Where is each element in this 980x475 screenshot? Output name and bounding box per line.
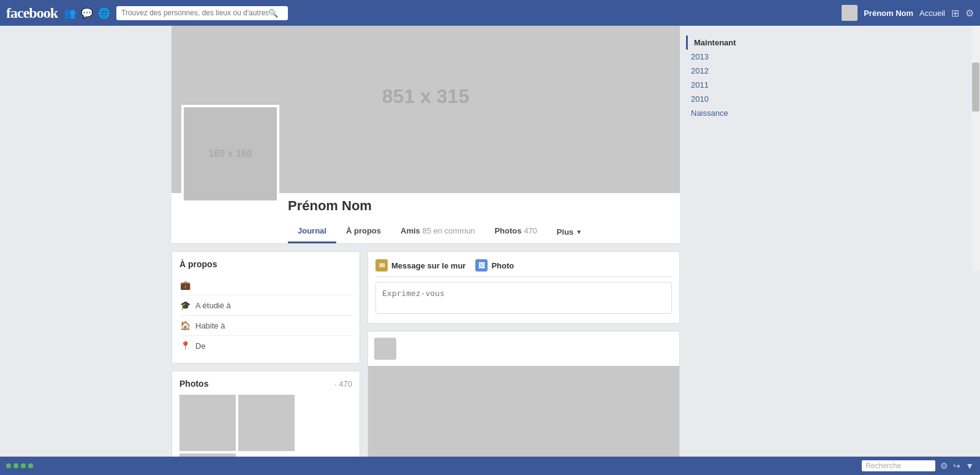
post-input[interactable] [375,282,672,314]
photo-tab-icon: 🖼 [475,259,488,272]
center-column: 851 x 315 160 x 160 Prénom Nom Journal À… [172,0,680,475]
right-column: ✉ Message sur le mur 🖼 Photo [368,251,680,475]
timeline-2011[interactable]: 2011 [686,78,809,92]
work-icon: 💼 [179,280,190,290]
photo-tab[interactable]: 🖼 Photo [475,259,514,272]
bottom-online [6,463,33,468]
profile-pic-label: 160 x 160 [208,148,252,159]
lives-text: Habite à [195,321,225,330]
photos-widget-count: · 470 [334,379,352,389]
user-name-nav[interactable]: Prénom Nom [864,9,913,18]
search-icon: 🔍 [268,9,278,18]
about-row-from: 📍 De [179,336,352,355]
bottom-search[interactable]: Recherche [862,460,935,471]
timeline-naissance[interactable]: Naissance [686,106,809,120]
from-text: De [195,341,206,351]
scrollbar-thumb[interactable] [972,63,979,112]
bottom-signout-icon[interactable]: ↪ [953,461,960,471]
friends-requests-icon[interactable]: ⊞ [951,7,959,19]
timeline-list: Maintenant 2013 2012 2011 2010 Naissance [686,31,809,120]
cover-container: 851 x 315 160 x 160 Prénom Nom Journal À… [172,0,680,244]
education-text: A étudié à [195,301,231,310]
about-row-education: 🎓 A étudié à [179,295,352,316]
tab-photos[interactable]: Photos 470 [484,220,546,243]
search-bar[interactable]: 🔍 [116,6,288,20]
right-nav: Prénom Nom Accueil ⊞ ⚙ [842,5,974,21]
facebook-logo: facebook [6,5,58,21]
timeline-2012[interactable]: 2012 [686,64,809,78]
about-widget: À propos 💼 🎓 A étudié à 🏠 Habite à [172,251,360,363]
nav-icons: 👥 💬 🌐 [64,7,110,19]
photos-widget-title: Photos · 470 [179,379,352,389]
cover-dimensions-label: 851 x 315 [382,85,469,108]
bottom-bar: Recherche ⚙ ↪ ▼ [0,457,980,475]
profile-body: À propos 💼 🎓 A étudié à 🏠 Habite à [172,244,680,475]
location-icon: 📍 [179,341,190,351]
timeline-2013[interactable]: 2013 [686,50,809,64]
bottom-settings-icon[interactable]: ⚙ [940,461,948,471]
bottom-right: Recherche ⚙ ↪ ▼ [862,460,974,471]
education-icon: 🎓 [179,300,190,310]
tab-amis[interactable]: Amis 85 en commun [391,220,484,243]
user-avatar-small [842,5,858,21]
globe-icon[interactable]: 🌐 [98,7,110,19]
message-tab[interactable]: ✉ Message sur le mur [375,259,466,272]
amis-count: 85 en commun [422,226,475,235]
bottom-expand-icon[interactable]: ▼ [965,461,974,471]
timeline-2010[interactable]: 2010 [686,92,809,106]
online-dot-4 [28,463,33,468]
timeline-maintenant[interactable]: Maintenant [686,36,809,50]
tab-journal[interactable]: Journal [288,220,336,243]
tab-more[interactable]: Plus ▼ [547,220,592,243]
top-navigation: facebook 👥 💬 🌐 🔍 Prénom Nom Accueil ⊞ ⚙ [0,0,980,26]
profile-name: Prénom Nom [288,198,680,218]
page-wrapper: 851 x 315 160 x 160 Prénom Nom Journal À… [0,0,980,475]
online-dot-1 [6,463,11,468]
cover-photo: 851 x 315 160 x 160 [172,0,680,193]
accueil-link[interactable]: Accueil [919,9,945,18]
timeline-sidebar: Maintenant 2013 2012 2011 2010 Naissance [680,0,809,475]
left-column: À propos 💼 🎓 A étudié à 🏠 Habite à [172,251,360,475]
photo-thumb-1[interactable] [179,395,236,451]
about-title: À propos [179,259,352,269]
post-box: ✉ Message sur le mur 🖼 Photo [368,251,680,324]
friends-icon[interactable]: 👥 [64,7,76,19]
scrollbar-track[interactable] [971,26,980,271]
feed-item-header [368,332,679,366]
feed-item-1 [368,331,680,475]
search-input[interactable] [121,9,268,17]
tab-apropos[interactable]: À propos [336,220,391,243]
more-dropdown-icon: ▼ [576,229,582,235]
post-tabs: ✉ Message sur le mur 🖼 Photo [375,259,672,277]
profile-tabs: Journal À propos Amis 85 en commun Photo… [288,220,680,243]
profile-picture[interactable]: 160 x 160 [181,105,279,203]
about-row-work: 💼 [179,275,352,295]
messages-icon[interactable]: 💬 [81,7,93,19]
about-row-lives: 🏠 Habite à [179,316,352,336]
settings-icon[interactable]: ⚙ [965,7,974,19]
home-icon: 🏠 [179,321,190,330]
photos-count: 470 [524,226,537,235]
feed-avatar [374,338,396,360]
photo-thumb-2[interactable] [238,395,295,451]
message-tab-icon: ✉ [375,259,388,272]
online-dot-2 [13,463,18,468]
bottom-search-text: Recherche [865,462,901,470]
online-dot-3 [21,463,26,468]
